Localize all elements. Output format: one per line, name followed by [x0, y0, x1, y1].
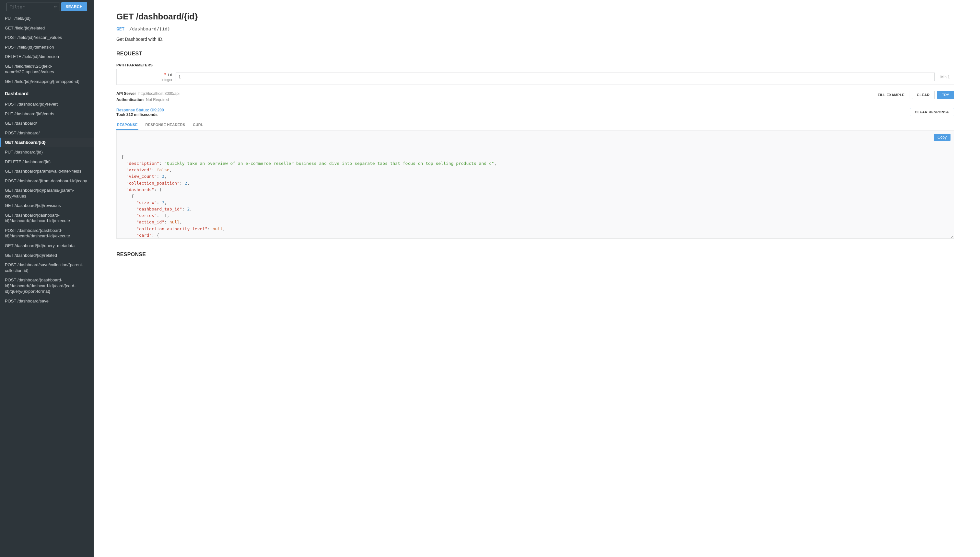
- auth-value: Not Required: [146, 98, 169, 102]
- nav-item[interactable]: PUT /field/{id}: [0, 14, 94, 23]
- nav-item[interactable]: GET /dashboard/{dashboard-id}/dashcard/{…: [0, 210, 94, 226]
- api-server-label: API Server: [116, 91, 136, 96]
- nav-item[interactable]: DELETE /field/{id}/dimension: [0, 52, 94, 62]
- status-row: Response Status: OK:200 Took 212 millise…: [116, 108, 954, 117]
- sidebar: ↩ SEARCH PUT /field/{id}GET /field/{id}/…: [0, 0, 94, 557]
- path-params-box: * id integer Min 1: [116, 69, 954, 85]
- nav-item[interactable]: GET /dashboard/{id}/query_metadata: [0, 241, 94, 251]
- clear-button[interactable]: CLEAR: [912, 91, 934, 99]
- nav-item[interactable]: PUT /dashboard/{id}/cards: [0, 109, 94, 119]
- nav-item[interactable]: DELETE /dashboard/{id}: [0, 157, 94, 167]
- param-name: id: [167, 72, 172, 77]
- param-type: integer: [121, 78, 172, 82]
- response-tabs: RESPONSE RESPONSE HEADERS CURL: [116, 120, 954, 130]
- nav-item[interactable]: POST /dashboard/save: [0, 296, 94, 306]
- request-heading: REQUEST: [116, 51, 954, 57]
- search-button[interactable]: SEARCH: [61, 2, 87, 11]
- filter-input-wrap: ↩: [7, 3, 60, 11]
- endpoint-nav: PUT /field/{id}GET /field/{id}/relatedPO…: [0, 14, 94, 312]
- response-status: Response Status: OK:200: [116, 108, 164, 112]
- nav-item[interactable]: GET /field/{id}/related: [0, 23, 94, 33]
- run-meta: API Server http://localhost:3000/api Aut…: [116, 91, 180, 103]
- nav-item[interactable]: POST /dashboard/{dashboard-id}/dashcard/…: [0, 275, 94, 296]
- main-content: GET /dashboard/{id} GET /dashboard/{id} …: [94, 0, 980, 557]
- nav-item[interactable]: POST /dashboard/{id}/revert: [0, 99, 94, 109]
- response-body-panel[interactable]: { "description": "Quickly take an overvi…: [116, 130, 954, 239]
- nav-section: Dashboard: [0, 86, 94, 99]
- try-button[interactable]: TRY: [937, 91, 954, 99]
- nav-item[interactable]: GET /dashboard/params/valid-filter-field…: [0, 166, 94, 176]
- nav-item[interactable]: POST /dashboard/{from-dashboard-id}/copy: [0, 176, 94, 186]
- nav-item[interactable]: GET /field/{id}/remapping/{remapped-id}: [0, 77, 94, 86]
- nav-item[interactable]: POST /dashboard/{dashboard-id}/dashcard/…: [0, 226, 94, 241]
- nav-item[interactable]: POST /dashboard/: [0, 128, 94, 138]
- endpoint-description: Get Dashboard with ID.: [116, 37, 954, 42]
- nav-item[interactable]: GET /dashboard/: [0, 119, 94, 128]
- copy-button[interactable]: Copy: [934, 134, 951, 141]
- http-method: GET: [116, 26, 124, 31]
- nav-item[interactable]: GET /field/field%2C{field-name%2C:option…: [0, 62, 94, 77]
- response-heading: RESPONSE: [116, 252, 954, 257]
- nav-item[interactable]: POST /field/{id}/rescan_values: [0, 33, 94, 42]
- fill-example-button[interactable]: FILL EXAMPLE: [873, 91, 909, 99]
- path-params-label: PATH PARAMETERS: [116, 63, 954, 67]
- run-row: API Server http://localhost:3000/api Aut…: [116, 91, 954, 103]
- nav-item[interactable]: GET /dashboard/{id}/revisions: [0, 201, 94, 210]
- tab-response-headers[interactable]: RESPONSE HEADERS: [145, 120, 186, 130]
- tab-curl[interactable]: CURL: [192, 120, 204, 130]
- page-title: GET /dashboard/{id}: [116, 11, 954, 22]
- param-hint: Min 1: [941, 75, 950, 79]
- status-block: Response Status: OK:200 Took 212 millise…: [116, 108, 164, 117]
- nav-item[interactable]: POST /field/{id}/dimension: [0, 42, 94, 52]
- nav-item[interactable]: GET /dashboard/{id}: [0, 138, 94, 147]
- nav-item[interactable]: PUT /dashboard/{id}: [0, 147, 94, 157]
- auth-label: Authentication: [116, 98, 144, 102]
- http-path: /dashboard/{id}: [129, 26, 170, 31]
- param-meta: * id integer: [121, 72, 172, 82]
- sidebar-header: ↩ SEARCH: [0, 0, 94, 14]
- api-server-value: http://localhost:3000/api: [138, 91, 180, 96]
- method-path-line: GET /dashboard/{id}: [116, 26, 954, 31]
- param-input-id[interactable]: [176, 73, 934, 81]
- tab-response[interactable]: RESPONSE: [116, 120, 138, 130]
- required-mark: *: [164, 72, 166, 77]
- nav-item[interactable]: GET /dashboard/{id}/related: [0, 251, 94, 261]
- nav-item[interactable]: POST /dashboard/save/collection/{parent-…: [0, 260, 94, 275]
- clear-response-button[interactable]: CLEAR RESPONSE: [910, 108, 954, 116]
- nav-item[interactable]: GET /dashboard/{id}/params/{param-key}/v…: [0, 186, 94, 201]
- filter-input[interactable]: [7, 3, 60, 11]
- response-timing: Took 212 milliseconds: [116, 112, 164, 117]
- action-buttons: FILL EXAMPLE CLEAR TRY: [873, 91, 954, 99]
